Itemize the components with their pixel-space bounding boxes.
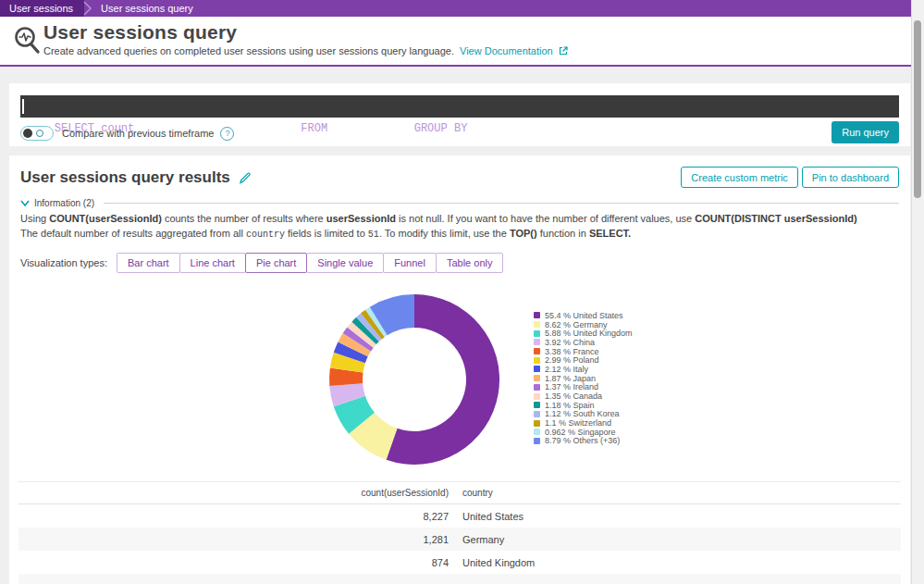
pie-chart (326, 292, 502, 467)
info-line: The default number of results aggregated… (20, 228, 899, 241)
info-segment: userSessionId (326, 213, 396, 224)
help-icon[interactable]: ? (220, 127, 234, 141)
external-link-icon (559, 46, 568, 56)
legend-item: 1.35 % Canada (534, 391, 633, 401)
cell-country: United Kingdom (449, 557, 535, 568)
cell-count: 8,227 (18, 511, 449, 522)
visualization-type-group: Bar chartLine chartPie chartSingle value… (117, 253, 504, 273)
legend-swatch (534, 330, 540, 337)
legend-item: 0.962 % Singapore (534, 428, 633, 437)
legend-swatch (534, 411, 540, 417)
chevron-down-icon (20, 199, 30, 207)
create-custom-metric-button[interactable]: Create custom metric (681, 167, 798, 188)
info-segment: function in (537, 228, 589, 239)
info-segment: TOP() (510, 228, 537, 239)
legend-swatch (534, 375, 540, 381)
legend-label: 1.35 % Canada (545, 391, 602, 401)
query-editor[interactable]: SELECT count(userSessionId), country FRO… (20, 95, 899, 118)
visualization-types-label: Visualization types: (20, 257, 107, 268)
viz-type-pie-chart[interactable]: Pie chart (245, 253, 307, 273)
legend-swatch (534, 312, 540, 318)
cell-count: 874 (18, 557, 449, 568)
viz-type-single-value[interactable]: Single value (306, 253, 384, 273)
legend-swatch (534, 348, 540, 354)
view-documentation-link[interactable]: View Documentation (460, 45, 553, 56)
divider (104, 203, 899, 204)
cell-country: Germany (449, 534, 504, 545)
query-card: SELECT count(userSessionId), country FRO… (9, 83, 910, 146)
info-segment: Using (20, 213, 49, 224)
info-segment: counts the number of results where (162, 213, 326, 224)
viz-type-line-chart[interactable]: Line chart (179, 253, 246, 273)
legend-swatch (534, 429, 540, 435)
info-segment: COUNT(DISTINCT userSessionId) (695, 213, 856, 224)
legend-item: 1.87 % Japan (534, 374, 633, 383)
results-card: User sessions query results Create custo… (9, 155, 910, 584)
legend-item: 2.12 % Italy (534, 365, 633, 374)
information-label: Information (2) (34, 198, 94, 208)
info-segment: SELECT. (589, 228, 631, 239)
vertical-scrollbar[interactable] (911, 0, 924, 584)
legend-item: 1.37 % Ireland (534, 383, 633, 392)
compare-timeframe-toggle[interactable] (20, 126, 54, 141)
legend-item: 5.88 % United Kingdom (534, 329, 633, 338)
usql-magnifier-icon (12, 25, 42, 56)
legend-label: 2.12 % Italy (545, 365, 588, 374)
legend-swatch (534, 357, 540, 364)
legend-label: 1.1 % Switzerland (545, 418, 611, 428)
table-row: 8,227United States (18, 504, 901, 528)
table-header-country: country (449, 488, 493, 498)
legend-label: 3.92 % China (545, 338, 595, 347)
info-segment: COUNT(userSessionId) (49, 213, 162, 224)
breadcrumb: User sessions User sessions query (0, 0, 924, 17)
legend-item: 2.99 % Poland (534, 355, 633, 365)
page-subtitle-text: Create advanced queries on completed use… (43, 45, 454, 56)
viz-type-table-only[interactable]: Table only (436, 253, 504, 273)
legend-label: 8.79 % Others (+36) (545, 436, 620, 445)
legend-label: 8.62 % Germany (545, 320, 608, 329)
legend-swatch (534, 339, 540, 345)
breadcrumb-item-user-sessions[interactable]: User sessions (0, 0, 84, 17)
compare-timeframe-label: Compare with previous timeframe (62, 128, 214, 139)
toggle-knob-on (23, 129, 32, 138)
legend-item: 1.1 % Switzerland (534, 418, 633, 428)
page-subtitle: Create advanced queries on completed use… (43, 45, 568, 56)
text-caret (22, 99, 24, 114)
legend-swatch (534, 438, 540, 444)
results-table: count(userSessionId)country 8,227United … (18, 481, 901, 584)
legend-item: 3.92 % China (534, 338, 633, 347)
legend-label: 1.87 % Japan (545, 374, 596, 383)
legend-label: 55.4 % United States (545, 311, 623, 320)
information-text: Using COUNT(userSessionId) counts the nu… (20, 213, 899, 243)
legend-item: 1.12 % South Korea (534, 410, 633, 419)
legend-label: 2.99 % Poland (545, 355, 599, 365)
legend-label: 3.38 % France (545, 347, 599, 356)
legend-item: 8.79 % Others (+36) (534, 437, 633, 446)
information-toggle-row[interactable]: Information (2) (20, 198, 899, 208)
info-segment: The default number of results aggregated… (20, 228, 246, 239)
breadcrumb-item-user-sessions-query[interactable]: User sessions query (101, 0, 193, 17)
run-query-button[interactable]: Run query (832, 121, 899, 143)
info-segment: . To modify this limit, use the (379, 228, 510, 239)
info-segment: is not null. If you want to have the num… (396, 213, 695, 224)
legend-item: 3.38 % France (534, 347, 633, 356)
legend-label: 1.37 % Ireland (545, 382, 598, 391)
cell-count: 1,281 (18, 534, 449, 545)
legend-label: 1.18 % Spain (545, 401, 595, 410)
info-segment: fields is limited to (285, 228, 368, 239)
page-header: User sessions query Create advanced quer… (0, 17, 912, 67)
table-row: 874United Kingdom (18, 551, 901, 574)
table-row-partial (18, 574, 901, 584)
legend-label: 0.962 % Singapore (545, 428, 616, 437)
table-header-count: count(userSessionId) (18, 488, 449, 498)
legend-swatch (534, 393, 540, 400)
legend-item: 8.62 % Germany (534, 320, 633, 329)
scrollbar-thumb[interactable] (914, 20, 921, 198)
page-title: User sessions query (43, 21, 568, 43)
info-line: Using COUNT(userSessionId) counts the nu… (20, 213, 899, 225)
edit-pencil-icon[interactable] (239, 171, 252, 184)
legend-swatch (534, 366, 540, 372)
viz-type-bar-chart[interactable]: Bar chart (117, 253, 180, 273)
viz-type-funnel[interactable]: Funnel (383, 253, 437, 273)
pin-to-dashboard-button[interactable]: Pin to dashboard (802, 167, 899, 188)
